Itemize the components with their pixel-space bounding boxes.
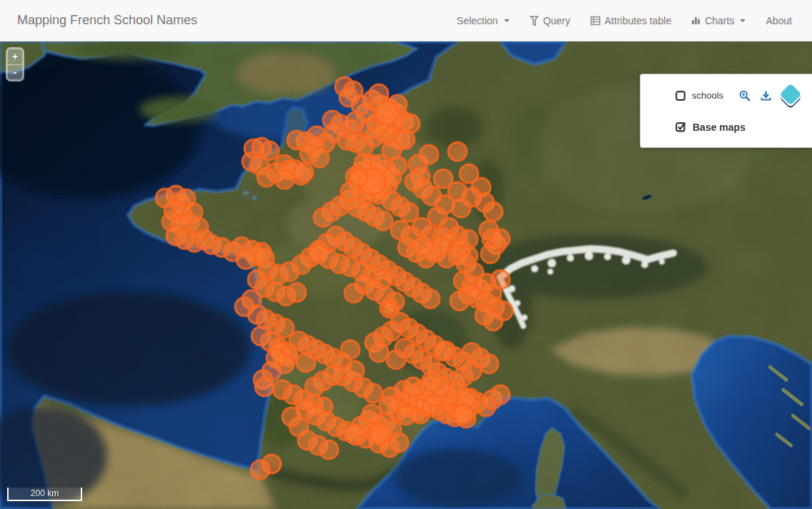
download-icon[interactable]: [761, 90, 771, 101]
school-point[interactable]: [237, 250, 255, 269]
school-point[interactable]: [341, 340, 360, 359]
school-point[interactable]: [345, 361, 364, 380]
school-point[interactable]: [491, 270, 510, 289]
school-point[interactable]: [345, 425, 363, 443]
layers-icon[interactable]: [779, 84, 802, 107]
school-point[interactable]: [287, 283, 306, 302]
school-point[interactable]: [305, 377, 324, 396]
school-point[interactable]: [383, 302, 396, 315]
school-point[interactable]: [250, 156, 269, 174]
layer-label-schools[interactable]: schools: [692, 90, 723, 101]
school-point[interactable]: [405, 172, 424, 191]
school-point[interactable]: [484, 312, 502, 330]
menu-query[interactable]: Query: [520, 8, 580, 34]
school-point[interactable]: [388, 157, 407, 175]
navbar: Mapping French School Names Selection Qu…: [0, 0, 812, 41]
zoom-to-layer-icon[interactable]: [739, 90, 751, 102]
school-point[interactable]: [314, 208, 332, 227]
school-point[interactable]: [391, 221, 410, 239]
school-point[interactable]: [156, 189, 174, 207]
zoom-in-button[interactable]: +: [8, 49, 22, 64]
school-point[interactable]: [452, 199, 470, 217]
navbar-menu: Selection Query Attributes table Charts …: [447, 8, 812, 34]
school-point[interactable]: [448, 142, 467, 161]
chevron-down-icon: [740, 19, 746, 22]
basemaps-checkbox-checked[interactable]: [675, 122, 686, 132]
school-point[interactable]: [387, 350, 405, 369]
school-point[interactable]: [251, 460, 269, 479]
app-title: Mapping French School Names: [0, 13, 197, 28]
school-point[interactable]: [350, 169, 367, 186]
map-canvas[interactable]: + - 200 km schools: [0, 41, 812, 509]
school-point[interactable]: [255, 377, 274, 396]
school-point[interactable]: [345, 284, 363, 302]
school-point[interactable]: [414, 237, 432, 255]
chevron-down-icon: [504, 19, 510, 22]
school-point[interactable]: [287, 131, 306, 149]
school-point[interactable]: [340, 88, 358, 107]
school-point[interactable]: [294, 163, 313, 182]
menu-about[interactable]: About: [756, 8, 802, 34]
table-icon: [590, 16, 600, 26]
school-point[interactable]: [421, 290, 440, 308]
scale-bar: 200 km: [7, 488, 82, 501]
school-point[interactable]: [275, 170, 294, 189]
school-point[interactable]: [380, 396, 398, 415]
menu-attributes-table[interactable]: Attributes table: [580, 8, 681, 34]
school-point[interactable]: [480, 355, 498, 373]
school-point[interactable]: [450, 292, 469, 310]
bar-chart-icon: [691, 16, 700, 25]
layer-row-basemaps: Base maps: [675, 115, 812, 139]
layers-panel: schools Base maps: [640, 74, 812, 148]
school-point[interactable]: [370, 343, 388, 362]
schools-checkbox-unchecked[interactable]: [675, 91, 685, 101]
layer-label-basemaps[interactable]: Base maps: [693, 122, 746, 133]
zoom-out-button[interactable]: -: [8, 64, 22, 79]
menu-charts[interactable]: Charts: [681, 8, 756, 34]
school-point[interactable]: [297, 353, 315, 372]
school-point[interactable]: [325, 124, 343, 142]
menu-selection[interactable]: Selection: [447, 8, 520, 34]
school-point[interactable]: [374, 212, 392, 230]
school-point[interactable]: [370, 424, 390, 444]
school-point[interactable]: [484, 202, 502, 221]
school-point[interactable]: [370, 84, 388, 103]
school-point[interactable]: [310, 149, 329, 167]
school-point[interactable]: [453, 405, 473, 425]
school-point[interactable]: [421, 356, 440, 375]
school-point[interactable]: [420, 145, 438, 164]
school-point[interactable]: [282, 407, 301, 426]
school-point[interactable]: [375, 102, 398, 124]
school-point[interactable]: [390, 433, 408, 452]
school-point[interactable]: [491, 385, 510, 404]
school-point[interactable]: [491, 229, 510, 248]
filter-icon: [530, 16, 539, 26]
school-point[interactable]: [364, 384, 382, 402]
school-point[interactable]: [400, 203, 418, 222]
school-point[interactable]: [320, 440, 338, 459]
school-point[interactable]: [280, 262, 299, 281]
zoom-control: + -: [6, 47, 24, 81]
